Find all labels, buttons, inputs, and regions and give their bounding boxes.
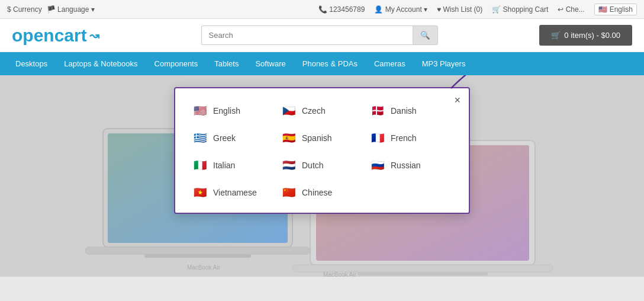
top-bar: $ Currency 🏴 Language ▾ 📞 123456789 👤 My…: [0, 0, 644, 19]
nav-components[interactable]: Components: [146, 52, 207, 75]
lang-chinese[interactable]: 🇨🇳 Chinese: [281, 184, 363, 201]
lang-russian-label: Russian: [391, 161, 421, 170]
flag-french: 🇫🇷: [369, 130, 386, 146]
top-bar-left: $ Currency 🏴 Language ▾: [7, 5, 95, 14]
lang-italian-label: Italian: [213, 161, 235, 170]
header: opencart ↝ 🔍 🛒 0 item(s) - $0.00: [0, 19, 644, 52]
search-input[interactable]: [201, 25, 413, 45]
nav-cameras[interactable]: Cameras: [366, 52, 414, 75]
flag-italian: 🇮🇹: [192, 157, 208, 174]
current-language-btn[interactable]: 🇺🇸 English: [594, 4, 637, 15]
nav-phones[interactable]: Phones & PDAs: [294, 52, 366, 75]
flag-czech: 🇨🇿: [281, 103, 297, 119]
lang-spanish-label: Spanish: [302, 133, 332, 143]
flag-vietnamese: 🇻🇳: [192, 184, 208, 201]
lang-chinese-label: Chinese: [302, 188, 332, 197]
nav-bar: Desktops Laptops & Notebooks Components …: [0, 52, 644, 75]
search-bar: 🔍: [201, 25, 438, 45]
lang-czech[interactable]: 🇨🇿 Czech: [281, 103, 363, 119]
modal-overlay: × 🇺🇸 English 🇨🇿 Czech 🇩🇰 Danish 🇬: [0, 75, 644, 277]
search-button[interactable]: 🔍: [413, 25, 438, 45]
language-grid: 🇺🇸 English 🇨🇿 Czech 🇩🇰 Danish 🇬🇷 Greek: [192, 103, 452, 201]
logo-text: opencart: [12, 25, 87, 46]
top-bar-right: 📞 123456789 👤 My Account ▾ ♥ Wish List (…: [318, 4, 637, 15]
lang-dutch[interactable]: 🇳🇱 Dutch: [281, 157, 363, 174]
main-content: MacBook Air MacBook Air ×: [0, 75, 644, 277]
phone-number: 📞 123456789: [318, 5, 365, 14]
language-modal: × 🇺🇸 English 🇨🇿 Czech 🇩🇰 Danish 🇬: [174, 87, 470, 214]
flag-dutch: 🇳🇱: [281, 157, 297, 174]
lang-vietnamese[interactable]: 🇻🇳 Vietnamese: [192, 184, 275, 201]
lang-danish-label: Danish: [391, 106, 417, 116]
lang-danish[interactable]: 🇩🇰 Danish: [369, 103, 452, 119]
nav-tablets[interactable]: Tablets: [206, 52, 247, 75]
flag-english: 🇺🇸: [192, 103, 208, 119]
lang-spanish[interactable]: 🇪🇸 Spanish: [281, 130, 363, 146]
cart-label: 0 item(s) - $0.00: [564, 31, 620, 40]
shopping-cart-link[interactable]: 🛒 Shopping Cart: [492, 5, 548, 14]
wish-list-link[interactable]: ♥ Wish List (0): [437, 5, 482, 14]
lang-vietnamese-label: Vietnamese: [213, 188, 257, 197]
lang-czech-label: Czech: [302, 106, 326, 116]
flag-russian: 🇷🇺: [369, 157, 386, 174]
lang-russian[interactable]: 🇷🇺 Russian: [369, 157, 452, 174]
flag-chinese: 🇨🇳: [281, 184, 297, 201]
modal-close-button[interactable]: ×: [454, 94, 461, 107]
lang-dutch-label: Dutch: [302, 161, 324, 170]
language-dropdown[interactable]: 🏴 Language ▾: [47, 5, 95, 14]
nav-mp3[interactable]: MP3 Players: [414, 52, 474, 75]
lang-french[interactable]: 🇫🇷 French: [369, 130, 452, 146]
currency-dropdown[interactable]: $ Currency: [7, 5, 42, 14]
lang-greek-label: Greek: [213, 133, 236, 143]
my-account-link[interactable]: 👤 My Account ▾: [374, 5, 427, 14]
lang-italian[interactable]: 🇮🇹 Italian: [192, 157, 275, 174]
nav-laptops[interactable]: Laptops & Notebooks: [56, 52, 146, 75]
arrow-annotation: [445, 75, 498, 94]
cart-button[interactable]: 🛒 0 item(s) - $0.00: [539, 25, 632, 46]
lang-english-label: English: [213, 106, 240, 116]
logo[interactable]: opencart ↝: [12, 25, 99, 46]
checkout-link[interactable]: ↩ Che...: [558, 5, 584, 14]
flag-spanish: 🇪🇸: [281, 130, 297, 146]
lang-greek[interactable]: 🇬🇷 Greek: [192, 130, 275, 146]
logo-cart-icon: ↝: [89, 28, 99, 43]
lang-empty-cell: [369, 184, 452, 201]
flag-greek: 🇬🇷: [192, 130, 208, 146]
lang-english[interactable]: 🇺🇸 English: [192, 103, 275, 119]
nav-desktops[interactable]: Desktops: [7, 52, 56, 75]
flag-danish: 🇩🇰: [369, 103, 386, 119]
nav-software[interactable]: Software: [247, 52, 294, 75]
lang-french-label: French: [391, 133, 417, 143]
